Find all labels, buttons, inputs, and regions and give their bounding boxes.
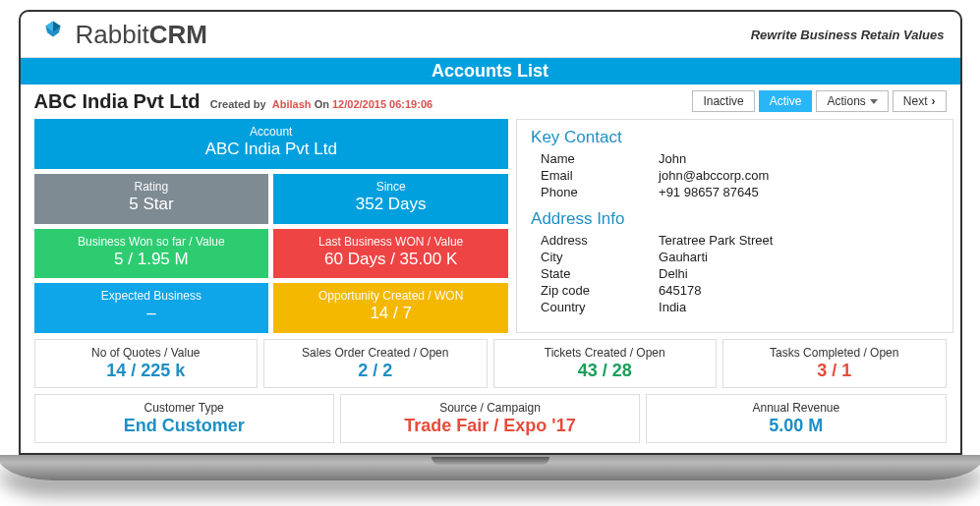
stat-sales-order: Sales Order Created / Open 2 / 2 [263,339,488,388]
created-on: 12/02/2015 06:19:06 [332,98,432,110]
stat-source: Source / Campaign Trade Fair / Expo '17 [340,394,640,443]
created-by: Abilash [272,98,312,110]
page-title: Accounts List [21,58,960,84]
brand-name-1: Rabbit [76,20,149,49]
action-buttons: Inactive Active Actions Next› [692,90,946,112]
topbar: RabbitCRM Rewrite Business Retain Values [21,12,960,58]
tile-since: Since 352 Days [273,174,508,224]
stat-tickets: Tickets Created / Open 43 / 28 [493,339,718,388]
address-street: Teratree Park Street [659,233,939,248]
info-panel: Key Contact NameJohn Emailjohn@abccorp.c… [516,119,953,333]
contact-email: john@abccorp.com [659,168,939,183]
key-contact-heading: Key Contact [531,128,939,147]
chevron-right-icon: › [932,94,936,108]
address-heading: Address Info [531,209,939,229]
stat-customer-type: Customer Type End Customer [34,394,334,443]
tile-account: Account ABC India Pvt Ltd [34,119,509,169]
contact-phone: +91 98657 87645 [659,185,939,199]
address-state: Delhi [659,266,939,281]
tagline: Rewrite Business Retain Values [751,28,945,42]
brand-name-2: CRM [149,20,207,49]
tile-opportunity: Opportunity Created / WON 14 / 7 [273,283,508,333]
laptop-base [0,455,980,480]
tile-expected: Expected Business – [34,283,269,333]
brand-logo: RabbitCRM [36,18,207,51]
chevron-down-icon [870,99,878,104]
account-name: ABC India Pvt Ltd [34,90,201,112]
contact-name: John [659,151,939,166]
tile-last-business: Last Business WON / Value 60 Days / 35.0… [273,229,508,279]
address-zip: 645178 [659,283,939,298]
active-button[interactable]: Active [759,90,813,112]
tile-business-won: Business Won so far / Value 5 / 1.95 M [34,229,269,279]
stat-quotes: No of Quotes / Value 14 / 225 k [34,339,259,388]
address-country: India [659,300,939,314]
rabbit-icon [36,18,70,51]
address-city: Gauharti [659,250,939,264]
created-info: Created by Abilash On 12/02/2015 06:19:0… [210,98,432,110]
account-header: ABC India Pvt Ltd Created by Abilash On … [34,90,433,113]
stat-revenue: Annual Revenue 5.00 M [646,394,946,443]
actions-button[interactable]: Actions [816,90,888,112]
next-button[interactable]: Next› [893,90,947,112]
stat-tasks: Tasks Completed / Open 3 / 1 [722,339,947,388]
metric-tiles: Account ABC India Pvt Ltd Rating 5 Star … [34,119,509,333]
inactive-button[interactable]: Inactive [692,90,754,112]
tile-rating: Rating 5 Star [34,174,269,224]
